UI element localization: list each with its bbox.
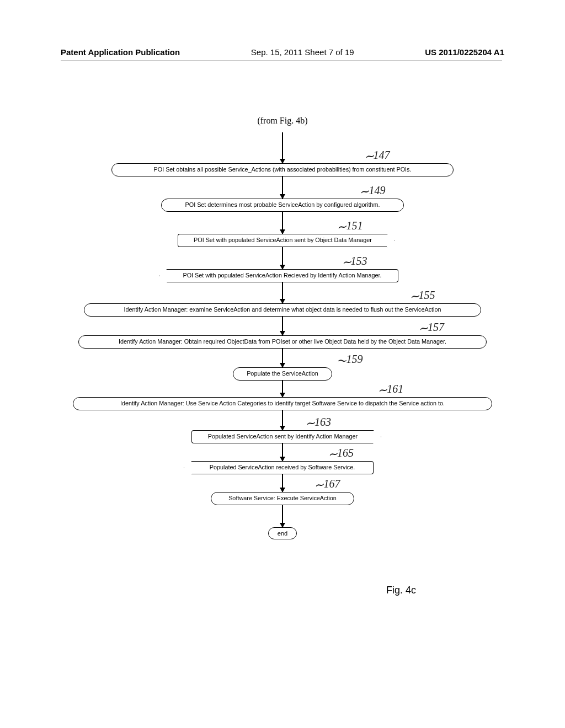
header-right: US 2011/0225204 A1 <box>425 47 504 57</box>
arrow <box>282 317 283 335</box>
step-number-label: ∼147 <box>364 148 390 162</box>
message-recv-153: POI Set with populated ServiceAction Rec… <box>167 269 398 282</box>
process-box-157: Identify Action Manager: Obtain required… <box>78 335 487 349</box>
step-wrap-151: ∼151 POI Set with populated ServiceActio… <box>56 234 509 247</box>
step-number-label: ∼165 <box>328 446 354 460</box>
process-box-161: Identify Action Manager: Use Service Act… <box>73 397 492 410</box>
step-wrap-157: ∼157 Identify Action Manager: Obtain req… <box>56 335 509 349</box>
process-box-149: POI Set determines most probable Service… <box>161 199 404 212</box>
step-num-149: 149 <box>369 184 385 196</box>
step-num-147: 147 <box>374 149 390 161</box>
arrow <box>282 176 283 199</box>
step-wrap-161: ∼161 Identify Action Manager: Use Servic… <box>56 397 509 410</box>
step-wrap-149: ∼149 POI Set determines most probable Se… <box>56 199 509 212</box>
step-num-153: 153 <box>351 255 367 267</box>
step-number-label: ∼157 <box>418 320 444 334</box>
header-rule <box>61 61 502 61</box>
step-number-label: ∼159 <box>337 352 363 366</box>
step-num-167: 167 <box>323 478 340 490</box>
step-wrap-155: ∼155 Identify Action Manager: examine Se… <box>56 303 509 317</box>
step-number-label: ∼167 <box>314 477 340 491</box>
step-num-159: 159 <box>346 353 363 365</box>
step-num-165: 165 <box>337 447 354 459</box>
message-sent-151: POI Set with populated ServiceAction sen… <box>178 234 387 247</box>
arrow <box>282 381 283 397</box>
arrow <box>282 282 283 303</box>
arrow <box>282 443 283 461</box>
arrow <box>282 212 283 234</box>
from-fig-label: (from Fig. 4b) <box>0 116 565 126</box>
step-number-label: ∼163 <box>305 415 331 429</box>
step-num-155: 155 <box>419 289 435 301</box>
terminator-end: end <box>268 527 297 539</box>
header-mid: Sep. 15, 2011 Sheet 7 of 19 <box>251 47 354 57</box>
process-box-159: Populate the ServiceAction <box>233 367 332 381</box>
step-num-163: 163 <box>315 416 331 428</box>
step-wrap-167: ∼167 Software Service: Execute ServiceAc… <box>56 492 509 505</box>
message-sent-163: Populated ServiceAction sent by Identify… <box>191 430 374 443</box>
process-box-155: Identify Action Manager: examine Service… <box>84 303 481 317</box>
step-num-151: 151 <box>346 220 363 232</box>
step-wrap-147: ∼147 POI Set obtains all possible Servic… <box>56 163 509 176</box>
arrow <box>282 505 283 527</box>
step-wrap-153: ∼153 POI Set with populated ServiceActio… <box>56 269 509 282</box>
header-left: Patent Application Publication <box>61 47 180 57</box>
page-header: Patent Application Publication Sep. 15, … <box>0 47 565 57</box>
arrow <box>282 474 283 492</box>
step-number-label: ∼155 <box>409 288 435 302</box>
figure-label: Fig. 4c <box>386 585 416 596</box>
step-number-label: ∼153 <box>342 254 367 268</box>
step-wrap-165: ∼165 Populated ServiceAction received by… <box>56 461 509 474</box>
process-box-167: Software Service: Execute ServiceAction <box>211 492 354 505</box>
step-wrap-163: ∼163 Populated ServiceAction sent by Ide… <box>56 430 509 443</box>
step-number-label: ∼161 <box>377 382 403 396</box>
step-num-161: 161 <box>387 383 403 395</box>
arrow <box>282 410 283 430</box>
arrow <box>282 132 283 163</box>
arrow <box>282 247 283 269</box>
flowchart: ∼147 POI Set obtains all possible Servic… <box>56 132 509 539</box>
step-number-label: ∼151 <box>337 218 363 233</box>
step-num-157: 157 <box>428 321 444 333</box>
step-number-label: ∼149 <box>359 183 385 197</box>
message-recv-165: Populated ServiceAction received by Soft… <box>191 461 374 474</box>
arrow <box>282 349 283 367</box>
process-box-147: POI Set obtains all possible Service_Act… <box>111 163 454 176</box>
step-wrap-159: ∼159 Populate the ServiceAction <box>56 367 509 381</box>
